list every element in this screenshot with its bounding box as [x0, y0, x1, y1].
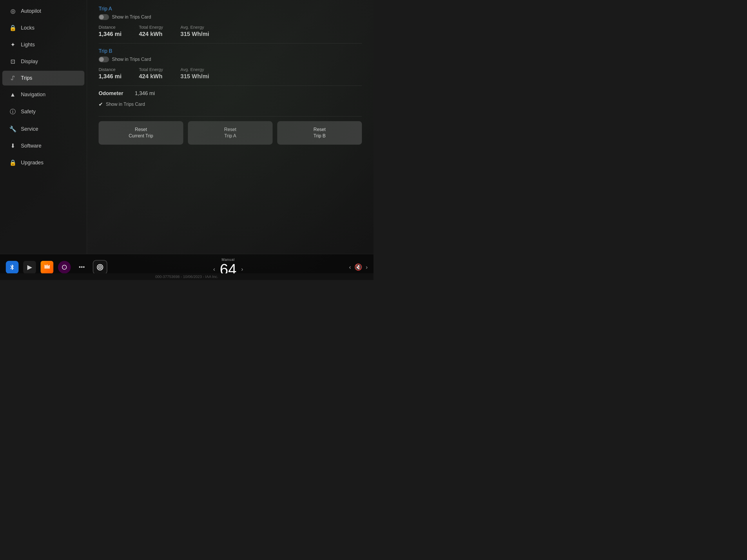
sidebar-item-autopilot[interactable]: ◎ Autopilot: [2, 3, 84, 19]
upgrades-icon: 🔒: [9, 159, 16, 166]
reset-trip-b-button[interactable]: ResetTrip B: [277, 121, 362, 144]
software-icon: ⬇: [9, 142, 16, 149]
reset-trip-a-button[interactable]: ResetTrip A: [188, 121, 273, 144]
sidebar-label-navigation: Navigation: [21, 91, 46, 98]
footer: 000-37753698 - 10/06/2023 - IAA Inc.: [0, 273, 374, 280]
odometer-show-label: Show in Trips Card: [106, 102, 145, 107]
sidebar: ◎ Autopilot 🔒 Locks ✦ Lights ⊡ Display ⑀…: [0, 0, 87, 254]
bottom-left-controls: ▶ •••: [6, 260, 107, 274]
more-button[interactable]: •••: [75, 261, 88, 274]
sidebar-item-locks[interactable]: 🔒 Locks: [2, 20, 84, 35]
trip-b-stats: Distance 1,346 mi Total Energy 424 kWh A…: [99, 67, 362, 80]
sidebar-label-upgrades: Upgrades: [21, 160, 44, 166]
trip-a-show-toggle[interactable]: Show in Trips Card: [99, 14, 362, 20]
odometer-label: Odometer: [99, 90, 123, 97]
sidebar-label-locks: Locks: [21, 25, 34, 31]
svg-rect-0: [45, 265, 46, 268]
trip-b-toggle-switch[interactable]: [99, 56, 109, 62]
sidebar-item-trips[interactable]: ⑀ Trips: [2, 71, 84, 85]
autopilot-icon: ◎: [9, 7, 16, 15]
trip-b-avg-value: 315 Wh/mi: [180, 73, 209, 80]
bluetooth-icon[interactable]: [6, 261, 19, 274]
trip-b-distance-value: 1,346 mi: [99, 73, 122, 80]
divider-3: [99, 116, 362, 116]
main-area: ◎ Autopilot 🔒 Locks ✦ Lights ⊡ Display ⑀…: [0, 0, 374, 254]
trip-a-show-label: Show in Trips Card: [112, 15, 151, 20]
sidebar-label-service: Service: [21, 126, 38, 132]
trip-a-energy-value: 424 kWh: [139, 31, 163, 37]
sidebar-label-autopilot: Autopilot: [21, 8, 41, 14]
reset-current-trip-button[interactable]: ResetCurrent Trip: [99, 121, 183, 144]
trip-a-total-energy: Total Energy 424 kWh: [139, 25, 163, 37]
trip-a-distance-label: Distance: [99, 25, 122, 30]
sidebar-label-display: Display: [21, 58, 38, 64]
svg-point-9: [100, 266, 101, 268]
tesla-screen: ◎ Autopilot 🔒 Locks ✦ Lights ⊡ Display ⑀…: [0, 0, 374, 280]
navigation-icon: ▲: [9, 91, 16, 98]
service-icon: 🔧: [9, 126, 16, 132]
volume-controls: ‹ 🔇 ›: [349, 264, 368, 271]
trip-a-title: Trip A: [99, 6, 362, 12]
trip-a-distance: Distance 1,346 mi: [99, 25, 122, 37]
lights-icon: ✦: [9, 41, 16, 48]
trip-b-total-energy: Total Energy 424 kWh: [139, 67, 163, 80]
divider-1: [99, 43, 362, 44]
display-icon: ⊡: [9, 58, 16, 65]
trips-icon: ⑀: [9, 75, 16, 81]
trip-a-avg-value: 315 Wh/mi: [180, 31, 209, 37]
sidebar-item-display[interactable]: ⊡ Display: [2, 54, 84, 69]
music-icon[interactable]: [41, 261, 53, 274]
svg-rect-2: [47, 264, 48, 268]
svg-rect-4: [49, 265, 50, 268]
reset-buttons-group: ResetCurrent Trip ResetTrip A ResetTrip …: [99, 121, 362, 144]
volume-right-arrow[interactable]: ›: [366, 264, 368, 270]
speed-decrease-button[interactable]: ‹: [213, 266, 215, 272]
trip-b-distance-label: Distance: [99, 67, 122, 72]
trip-b-title: Trip B: [99, 48, 362, 54]
sidebar-label-safety: Safety: [21, 109, 36, 115]
sidebar-item-software[interactable]: ⬇ Software: [2, 138, 84, 153]
svg-point-6: [63, 266, 65, 268]
safety-icon: ⓘ: [9, 108, 16, 116]
svg-rect-1: [46, 265, 46, 268]
trips-content: Trip A Show in Trips Card Distance 1,346…: [87, 0, 374, 254]
speed-increase-button[interactable]: ›: [241, 266, 243, 272]
trip-b-show-toggle[interactable]: Show in Trips Card: [99, 56, 362, 62]
sidebar-item-lights[interactable]: ✦ Lights: [2, 37, 84, 52]
sidebar-item-upgrades[interactable]: 🔒 Upgrades: [2, 155, 84, 170]
trip-b-avg-label: Avg. Energy: [180, 67, 209, 72]
sidebar-item-service[interactable]: 🔧 Service: [2, 122, 84, 136]
play-button[interactable]: ▶: [23, 261, 36, 274]
trip-b-energy-label: Total Energy: [139, 67, 163, 72]
lock-icon: 🔒: [9, 24, 16, 31]
trip-b-show-label: Show in Trips Card: [112, 57, 151, 62]
divider-2: [99, 85, 362, 86]
trip-a-toggle-switch[interactable]: [99, 14, 109, 20]
sidebar-label-lights: Lights: [21, 42, 35, 48]
sidebar-label-trips: Trips: [21, 75, 32, 81]
trip-b-avg-energy: Avg. Energy 315 Wh/mi: [180, 67, 209, 80]
trip-a-avg-energy: Avg. Energy 315 Wh/mi: [180, 25, 209, 37]
dashcam-button[interactable]: [93, 260, 107, 274]
trip-a-distance-value: 1,346 mi: [99, 31, 122, 37]
trip-a-avg-label: Avg. Energy: [180, 25, 209, 30]
sidebar-item-safety[interactable]: ⓘ Safety: [2, 104, 84, 120]
sidebar-item-navigation[interactable]: ▲ Navigation: [2, 87, 84, 102]
trip-a-stats: Distance 1,346 mi Total Energy 424 kWh A…: [99, 25, 362, 37]
odometer-show-check[interactable]: ✔ Show in Trips Card: [99, 101, 362, 108]
odometer-value: 1,346 mi: [135, 90, 155, 97]
checkmark-icon: ✔: [99, 101, 103, 108]
trip-b-energy-value: 424 kWh: [139, 73, 163, 80]
camera-button[interactable]: [58, 261, 71, 274]
svg-rect-3: [48, 266, 49, 268]
trip-b-distance: Distance 1,346 mi: [99, 67, 122, 80]
volume-left-arrow[interactable]: ‹: [349, 264, 351, 270]
sidebar-label-software: Software: [21, 143, 42, 149]
odometer-row: Odometer 1,346 mi: [99, 90, 362, 97]
trip-a-energy-label: Total Energy: [139, 25, 163, 30]
volume-mute-icon[interactable]: 🔇: [354, 264, 362, 271]
